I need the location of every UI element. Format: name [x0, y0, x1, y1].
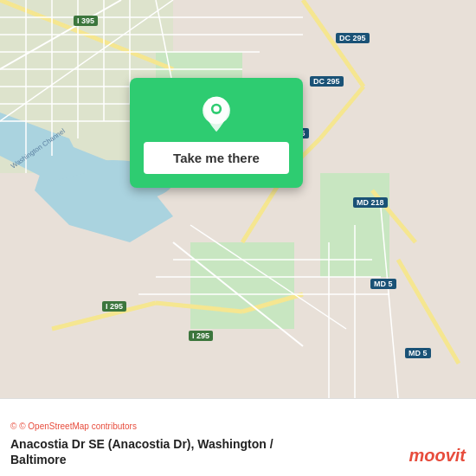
highway-label-i395: I 395: [74, 16, 98, 26]
address-display: Anacostia Dr SE (Anacostia Dr), Washingt…: [10, 436, 466, 467]
highway-label-dc295-2: DC 295: [310, 76, 344, 87]
svg-rect-3: [190, 242, 294, 329]
highway-label-dc295-1: DC 295: [336, 33, 370, 43]
location-popup: Take me there: [130, 78, 303, 188]
location-pin-icon: [197, 95, 235, 133]
address-line1: Anacostia Dr SE (Anacostia Dr), Washingt…: [10, 437, 273, 451]
map-svg: Washington Channel: [0, 0, 476, 398]
take-me-there-button[interactable]: Take me there: [144, 142, 289, 174]
attribution-text: © OpenStreetMap contributors: [19, 421, 137, 431]
highway-label-i295-1: I 295: [102, 301, 126, 312]
highway-label-md5-1: MD 5: [370, 279, 396, 289]
bottom-info-bar: © © OpenStreetMap contributors Anacostia…: [0, 398, 476, 476]
moovit-logo: moovit: [408, 446, 466, 466]
osm-attribution: © © OpenStreetMap contributors: [10, 421, 466, 431]
map-area: Washington Channel I 395 DC 295 DC 295 D…: [0, 0, 476, 398]
highway-label-md218: MD 218: [353, 197, 388, 208]
highway-label-md5-2: MD 5: [405, 348, 431, 358]
highway-label-i295-2: I 295: [189, 331, 213, 341]
address-line2: Baltimore: [10, 453, 67, 466]
svg-point-45: [213, 106, 219, 112]
moovit-logo-text: moovit: [408, 446, 466, 466]
copyright-symbol: ©: [10, 421, 16, 431]
